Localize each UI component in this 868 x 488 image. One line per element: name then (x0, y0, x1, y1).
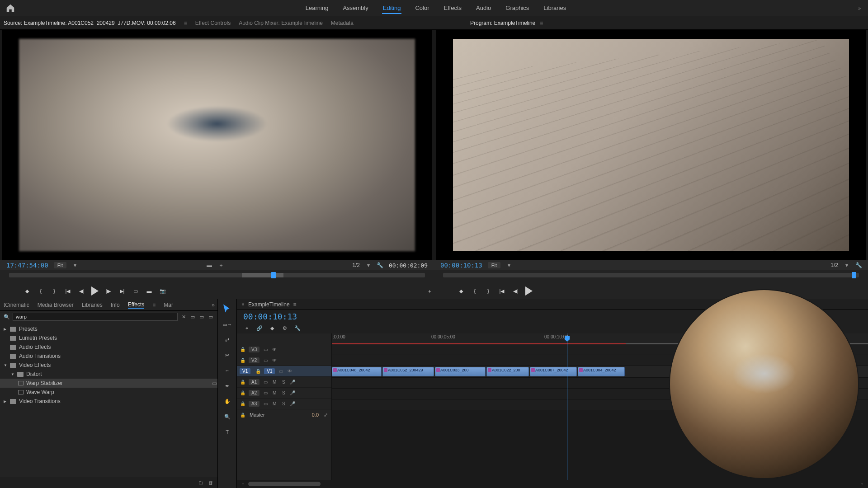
track-header-a1[interactable]: 🔒 A1 ▭ M S 🎤 (237, 377, 331, 388)
sync-icon[interactable]: ▭ (262, 357, 269, 364)
source-tab-title[interactable]: Source: ExampleTimeline: A001C052_200429… (4, 20, 176, 26)
lock-icon[interactable]: 🔒 (240, 357, 246, 364)
playhead[interactable] (567, 333, 567, 480)
tree-warp-stabilizer[interactable]: Warp Stabilizer▭ (0, 379, 217, 388)
timeline-scrollbar[interactable]: ○ ○ (237, 480, 868, 488)
new-bin-icon[interactable]: 🗀 (198, 479, 204, 486)
step-back-button[interactable]: ◀| (511, 286, 520, 296)
source-tc-left[interactable]: 17:47:54:00 (6, 262, 48, 269)
ws-learning[interactable]: Learning (305, 3, 330, 14)
fx-badge-3-icon[interactable]: ▭ (208, 314, 214, 320)
clear-search-icon[interactable]: ✕ (180, 314, 187, 320)
track-header-master[interactable]: 🔒 Master 0.0 ⤢ (237, 409, 331, 420)
step-back-button[interactable]: ◀| (77, 286, 86, 296)
fx-badge-2-icon[interactable]: ▭ (198, 314, 205, 320)
program-tab-title[interactable]: Program: ExampleTimeline (470, 20, 535, 26)
tree-audio-fx[interactable]: Audio Effects (0, 343, 217, 352)
clip[interactable]: A001C033_200 (435, 367, 486, 376)
marker-add-icon[interactable]: ＋ (218, 262, 224, 268)
sync-icon[interactable]: ▭ (278, 368, 284, 375)
play-button[interactable] (524, 286, 533, 296)
sync-icon[interactable]: ▭ (262, 379, 269, 385)
tree-presets[interactable]: ▶Presets (0, 324, 217, 333)
clip[interactable]: A001C048_20042 (332, 367, 382, 376)
solo-icon[interactable]: S (280, 390, 287, 396)
track-header-a2[interactable]: 🔒 A2 ▭ M S 🎤 (237, 388, 331, 399)
step-fwd-button[interactable]: |▶ (104, 286, 113, 296)
mic-icon[interactable]: 🎤 (289, 390, 296, 396)
track-header-a3[interactable]: 🔒 A3 ▭ M S 🎤 (237, 399, 331, 409)
expand-icon[interactable]: ⤢ (322, 412, 329, 418)
slip-tool-icon[interactable]: ↔ (222, 365, 233, 376)
tree-audio-tr[interactable]: Audio Transitions (0, 352, 217, 361)
track-select-tool-icon[interactable]: ▭→ (222, 319, 233, 330)
add-marker-button[interactable]: ◆ (23, 286, 32, 296)
solo-icon[interactable]: S (280, 401, 287, 407)
effects-search-input[interactable] (13, 313, 178, 321)
eye-icon[interactable]: 👁 (287, 368, 293, 375)
track-header-v3[interactable]: 🔒 V3 ▭ 👁 (237, 344, 331, 355)
lock-icon[interactable]: 🔒 (255, 368, 261, 375)
timeline-tc[interactable]: 00:00:10:13 (243, 312, 297, 321)
mute-icon[interactable]: M (271, 401, 278, 407)
timeline-title[interactable]: ExampleTimeline (248, 301, 290, 308)
export-frame-button[interactable]: 📷 (158, 286, 167, 296)
add-marker-button[interactable]: ◆ (457, 286, 466, 296)
pen-tool-icon[interactable]: ✒ (222, 380, 233, 391)
mic-icon[interactable]: 🎤 (289, 401, 296, 407)
eye-icon[interactable]: 👁 (271, 347, 278, 353)
transport-settings-icon[interactable]: ＋ (425, 286, 434, 296)
selection-tool-icon[interactable] (222, 304, 233, 314)
lock-icon[interactable]: 🔒 (240, 412, 246, 418)
chevron-down-icon[interactable]: ▾ (365, 262, 372, 268)
tree-video-fx[interactable]: ▼Video Effects (0, 361, 217, 370)
zoom-tool-icon[interactable]: 🔍 (222, 411, 233, 422)
clip[interactable]: A001C007_20042 (530, 367, 577, 376)
ws-libraries[interactable]: Libraries (542, 3, 567, 14)
track-header-v2[interactable]: 🔒 V2 ▭ 👁 (237, 355, 331, 366)
go-out-button[interactable]: ▶| (118, 286, 127, 296)
program-res[interactable]: 1/2 (830, 262, 838, 268)
trash-icon[interactable]: 🗑 (208, 479, 214, 486)
chevron-down-icon[interactable]: ▾ (72, 262, 78, 268)
chevron-down-icon[interactable]: ▾ (844, 262, 850, 268)
source-zoom-select[interactable]: Fit (54, 262, 66, 268)
tab-audio-mixer[interactable]: Audio Clip Mixer: ExampleTimeline (239, 20, 323, 26)
ws-assembly[interactable]: Assembly (342, 3, 369, 14)
mic-icon[interactable]: 🎤 (289, 379, 296, 385)
clip[interactable]: A001C004_20042 (578, 367, 625, 376)
ripple-tool-icon[interactable]: ⇄ (222, 334, 233, 345)
lock-icon[interactable]: 🔒 (240, 390, 246, 396)
wrench-icon[interactable]: 🔧 (855, 262, 862, 268)
mute-icon[interactable]: M (271, 390, 278, 396)
mark-out-button[interactable]: } (484, 286, 493, 296)
program-zoom-select[interactable]: Fit (488, 262, 500, 268)
insert-button[interactable]: ▭ (131, 286, 140, 296)
source-viewport[interactable] (2, 30, 432, 260)
ws-effects[interactable]: Effects (443, 3, 463, 14)
chevron-down-icon[interactable]: ▾ (506, 262, 512, 268)
go-in-button[interactable]: |◀ (497, 286, 506, 296)
link-icon[interactable]: 🔗 (256, 324, 263, 332)
home-icon[interactable] (5, 3, 15, 13)
settings-icon[interactable]: ⚙ (281, 324, 288, 332)
razor-tool-icon[interactable]: ✂ (222, 350, 233, 361)
tree-lumetri[interactable]: Lumetri Presets (0, 333, 217, 343)
source-res[interactable]: 1/2 (352, 262, 360, 268)
tree-distort[interactable]: ▼Distort (0, 370, 217, 379)
tree-video-tr[interactable]: ▶Video Transitions (0, 397, 217, 406)
type-tool-icon[interactable]: T (222, 427, 233, 437)
eye-icon[interactable]: 👁 (271, 357, 278, 364)
hand-tool-icon[interactable]: ✋ (222, 396, 233, 407)
program-tc-left[interactable]: 00:00:10:13 (440, 262, 482, 269)
tab-markers[interactable]: Mar (164, 302, 173, 308)
lock-icon[interactable]: 🔒 (240, 401, 246, 407)
ws-color[interactable]: Color (414, 3, 430, 14)
tab-effect-controls[interactable]: Effect Controls (195, 20, 231, 26)
play-button[interactable] (90, 286, 99, 296)
tab-metadata[interactable]: Metadata (331, 20, 354, 26)
tab-effects[interactable]: Effects (128, 301, 144, 309)
fx-badge-1-icon[interactable]: ▭ (189, 314, 196, 320)
tab-info[interactable]: Info (111, 302, 120, 308)
source-mini-timeline[interactable] (0, 270, 434, 283)
